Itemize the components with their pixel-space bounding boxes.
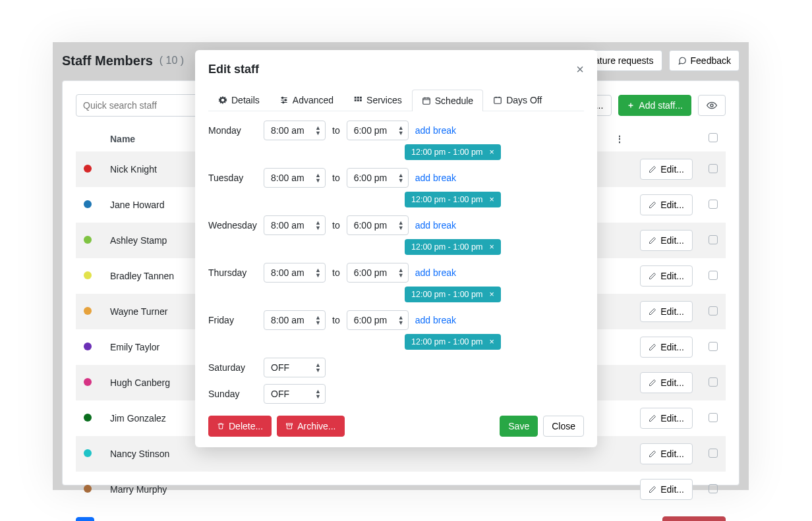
row-checkbox[interactable] <box>709 271 718 280</box>
fri-break-tag[interactable]: 12:00 pm - 1:00 pm× <box>405 334 501 350</box>
save-button[interactable]: Save <box>500 416 538 437</box>
color-dot <box>84 449 92 457</box>
page-number[interactable]: 1 <box>76 517 94 521</box>
edit-button[interactable]: Edit... <box>640 408 693 429</box>
svg-rect-6 <box>360 97 362 99</box>
trash-icon <box>217 422 225 430</box>
add-staff-button[interactable]: Add staff... <box>618 95 691 116</box>
edit-button[interactable]: Edit... <box>640 265 693 287</box>
delete-button[interactable]: Delete... <box>208 416 272 437</box>
remove-break-icon[interactable]: × <box>489 195 494 204</box>
edit-icon <box>649 450 656 458</box>
remove-break-icon[interactable]: × <box>489 242 494 252</box>
svg-rect-4 <box>355 97 357 99</box>
staff-count: ( 10 ) <box>160 55 184 67</box>
wed-from-select[interactable]: 8:00 am▲▼ <box>264 215 326 235</box>
wed-to-select[interactable]: 6:00 pm▲▼ <box>347 215 409 235</box>
edit-icon <box>649 414 656 422</box>
edit-icon <box>649 272 656 280</box>
row-checkbox[interactable] <box>709 413 718 422</box>
wed-break-tag[interactable]: 12:00 pm - 1:00 pm× <box>405 239 501 255</box>
row-checkbox[interactable] <box>709 449 718 458</box>
color-dot <box>84 343 92 350</box>
row-checkbox[interactable] <box>709 306 718 315</box>
tab-services[interactable]: Services <box>343 89 412 111</box>
sunday-label: Sunday <box>208 389 257 399</box>
mon-break-tag[interactable]: 12:00 pm - 1:00 pm× <box>405 144 501 160</box>
to-separator: to <box>332 267 340 278</box>
edit-button[interactable]: Edit... <box>640 230 693 251</box>
select-all-checkbox[interactable] <box>709 133 718 142</box>
edit-button[interactable]: Edit... <box>640 479 693 500</box>
fri-add-break-link[interactable]: add break <box>415 315 456 325</box>
tue-from-select[interactable]: 8:00 am▲▼ <box>264 168 326 188</box>
options-header[interactable]: ⋮ <box>607 126 632 151</box>
mon-to-select[interactable]: 6:00 pm▲▼ <box>347 121 409 140</box>
sunday-select[interactable]: OFF▲▼ <box>264 384 326 404</box>
tab-daysoff[interactable]: Days Off <box>483 89 552 111</box>
visibility-button[interactable] <box>698 95 726 116</box>
tab-details[interactable]: Details <box>208 89 270 111</box>
edit-button[interactable]: Edit... <box>640 337 693 358</box>
tue-label: Tuesday <box>208 173 257 183</box>
remove-break-icon[interactable]: × <box>489 148 494 157</box>
to-separator: to <box>332 220 340 231</box>
eye-icon <box>707 100 717 111</box>
staff-name: Marry Murphy <box>102 472 548 507</box>
plus-icon <box>627 101 635 109</box>
page-title: Staff Members <box>62 53 153 69</box>
edit-button[interactable]: Edit... <box>640 372 693 393</box>
row-checkbox[interactable] <box>709 377 718 387</box>
svg-point-1 <box>281 97 283 98</box>
remove-break-icon[interactable]: × <box>489 337 494 346</box>
row-checkbox[interactable] <box>709 342 718 351</box>
saturday-label: Saturday <box>208 362 257 373</box>
edit-button[interactable]: Edit... <box>640 443 693 464</box>
archive-button[interactable]: Archive... <box>277 416 344 437</box>
tab-advanced[interactable]: Advanced <box>270 89 343 111</box>
row-checkbox[interactable] <box>709 200 718 209</box>
feedback-button[interactable]: Feedback <box>669 50 740 71</box>
wed-label: Wednesday <box>208 220 257 231</box>
mon-add-break-link[interactable]: add break <box>415 125 456 136</box>
fri-to-select[interactable]: 6:00 pm▲▼ <box>347 310 409 330</box>
remove-break-icon[interactable]: × <box>489 290 494 299</box>
edit-button[interactable]: Edit... <box>640 301 693 322</box>
edit-button[interactable]: Edit... <box>640 159 693 180</box>
thu-break-tag[interactable]: 12:00 pm - 1:00 pm× <box>405 287 501 302</box>
svg-rect-9 <box>360 99 362 101</box>
tue-to-select[interactable]: 6:00 pm▲▼ <box>347 168 409 188</box>
edit-icon <box>649 236 656 244</box>
svg-rect-5 <box>357 97 359 99</box>
grid-icon <box>353 96 362 105</box>
edit-icon <box>649 343 656 351</box>
thu-add-break-link[interactable]: add break <box>415 267 456 278</box>
to-separator: to <box>332 125 340 136</box>
tue-break-tag[interactable]: 12:00 pm - 1:00 pm× <box>405 192 501 207</box>
wed-add-break-link[interactable]: add break <box>415 220 456 231</box>
svg-point-2 <box>285 99 286 101</box>
row-checkbox[interactable] <box>709 235 718 244</box>
bulk-delete-button[interactable]: Delete... <box>662 516 726 521</box>
saturday-select[interactable]: OFF▲▼ <box>264 358 326 377</box>
fri-from-select[interactable]: 8:00 am▲▼ <box>264 310 326 330</box>
svg-rect-10 <box>423 98 430 104</box>
to-separator: to <box>332 315 340 325</box>
mon-label: Monday <box>208 125 257 136</box>
color-dot <box>84 200 92 208</box>
edit-icon <box>649 165 656 173</box>
search-input[interactable] <box>76 94 208 117</box>
close-icon[interactable]: × <box>576 62 584 77</box>
edit-button[interactable]: Edit... <box>640 194 693 215</box>
tab-schedule[interactable]: Schedule <box>412 90 483 111</box>
thu-from-select[interactable]: 8:00 am▲▼ <box>264 263 326 283</box>
calendar-blank-icon <box>493 96 502 105</box>
close-button[interactable]: Close <box>543 416 584 437</box>
chat-icon <box>678 56 687 65</box>
mon-from-select[interactable]: 8:00 am▲▼ <box>264 121 326 140</box>
row-checkbox[interactable] <box>709 484 718 493</box>
thu-to-select[interactable]: 6:00 pm▲▼ <box>347 263 409 283</box>
row-checkbox[interactable] <box>709 164 718 173</box>
tue-add-break-link[interactable]: add break <box>415 173 456 183</box>
gear-icon <box>218 96 227 105</box>
